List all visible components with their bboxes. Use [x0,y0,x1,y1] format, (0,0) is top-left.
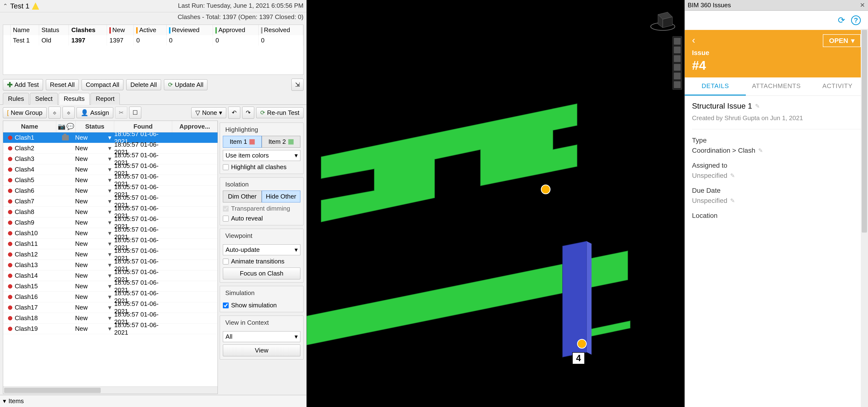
status-dropdown-icon[interactable]: ▾ [106,261,113,269]
undo-button[interactable]: ↶ [228,107,240,119]
animate-check[interactable]: Animate transitions [223,258,300,265]
clash-row[interactable]: Clash14New▾18:05:57 01-06-2021 [3,270,218,281]
export-button[interactable]: ⇲ [291,79,304,91]
nav-tool-2[interactable] [674,46,681,53]
status-dropdown-icon[interactable]: ▾ [106,293,113,301]
clash-row[interactable]: Clash11New▾18:05:57 01-06-2021 [3,239,218,249]
tab-attachments[interactable]: ATTACHMENTS [746,77,807,96]
group-tool-1[interactable]: ⟐ [49,107,61,119]
clash-row[interactable]: Clash12New▾18:05:57 01-06-2021 [3,249,218,260]
header-status[interactable]: Status [75,121,114,132]
clash-row[interactable]: Clash5New▾18:05:57 01-06-2021 [3,175,218,185]
issue-badge[interactable]: 4 [572,352,585,364]
pencil-icon[interactable]: ✎ [730,197,735,204]
clash-row[interactable]: Clash16New▾18:05:57 01-06-2021 [3,292,218,302]
summary-data-row[interactable]: Test 1 Old 1397 1397 0 0 0 0 [3,35,303,45]
assign-button[interactable]: 👤Assign [76,107,113,118]
3d-viewer[interactable]: 4 [307,0,684,407]
filter-button[interactable]: ☐ [129,107,141,119]
issue-pushpin-4[interactable] [577,339,587,349]
status-dropdown-icon[interactable]: ▾ [106,282,113,290]
clash-row[interactable]: Clash2New▾18:05:57 01-06-2021 [3,143,218,154]
clash-row[interactable]: Clash19New▾18:05:57 01-06-2021 [3,324,218,334]
redo-button[interactable]: ↷ [242,107,254,119]
pencil-icon[interactable]: ✎ [730,172,735,179]
status-dropdown-icon[interactable]: ▾ [106,176,113,184]
vertical-scrollbar[interactable] [861,29,868,407]
clash-row[interactable]: Clash7New▾18:05:57 01-06-2021 [3,196,218,207]
status-dropdown[interactable]: OPEN▾ [823,34,861,47]
status-dropdown-icon[interactable]: ▾ [106,208,113,216]
header-name[interactable]: Name [3,121,56,132]
clash-row[interactable]: Clash1New▾18:05:57 01-06-2021 [3,132,218,143]
horizontal-scrollbar[interactable] [3,386,218,394]
nav-tool-1[interactable] [674,38,681,45]
pencil-icon[interactable]: ✎ [758,147,763,154]
viewer-canvas[interactable] [307,0,684,407]
delete-all-button[interactable]: Delete All [126,79,161,90]
explode-button[interactable]: ✂ [115,107,127,119]
status-dropdown-icon[interactable]: ▾ [106,198,113,205]
pencil-icon[interactable]: ✎ [755,103,760,109]
status-dropdown-icon[interactable]: ▾ [106,219,113,226]
refresh-icon[interactable]: ⟳ [837,15,846,25]
clash-row[interactable]: Clash9New▾18:05:57 01-06-2021 [3,217,218,228]
help-icon[interactable]: ? [851,15,861,25]
add-test-button[interactable]: ✚Add Test [3,79,43,91]
status-dropdown-icon[interactable]: ▾ [106,304,113,311]
show-sim-check[interactable]: Show simulation [223,302,300,309]
clash-row[interactable]: Clash17New▾18:05:57 01-06-2021 [3,302,218,313]
focus-clash-button[interactable]: Focus on Clash [223,268,300,279]
tab-rules[interactable]: Rules [3,93,29,105]
item1-button[interactable]: Item 1 [223,136,262,148]
rerun-test-button[interactable]: ⟳Re-run Test [256,107,304,118]
clash-row[interactable]: Clash13New▾18:05:57 01-06-2021 [3,260,218,270]
header-approved[interactable]: Approve... [172,121,218,132]
results-body[interactable]: Clash1New▾18:05:57 01-06-2021Clash2New▾1… [3,132,218,386]
header-icons[interactable]: 📷💬 [56,121,75,132]
nav-tool-6[interactable] [674,81,681,88]
highlight-all-check[interactable]: Highlight all clashes [223,163,300,171]
viewpoint-select[interactable]: Auto-update▾ [223,244,300,255]
clash-row[interactable]: Clash18New▾18:05:57 01-06-2021 [3,313,218,324]
status-dropdown-icon[interactable]: ▾ [106,155,113,163]
issue-pushpin-1[interactable] [541,184,551,194]
clash-row[interactable]: Clash15New▾18:05:57 01-06-2021 [3,281,218,292]
new-group-button[interactable]: [New Group [3,107,46,118]
clash-row[interactable]: Clash6New▾18:05:57 01-06-2021 [3,185,218,196]
tab-results[interactable]: Results [59,93,90,105]
item-colors-select[interactable]: Use item colors▾ [223,150,300,161]
tab-activity[interactable]: ACTIVITY [807,77,868,96]
view-button[interactable]: View [223,344,300,357]
nav-tool-5[interactable] [674,73,681,79]
reset-all-button[interactable]: Reset All [46,79,79,90]
status-dropdown-icon[interactable]: ▾ [106,251,113,258]
tab-details[interactable]: DETAILS [685,77,746,96]
view-cube[interactable] [648,5,677,34]
status-dropdown-icon[interactable]: ▾ [106,314,113,322]
clash-row[interactable]: Clash3New▾18:05:57 01-06-2021 [3,154,218,164]
dim-other-button[interactable]: Dim Other [223,191,262,202]
update-all-button[interactable]: ⟳Update All [164,79,208,90]
tab-report[interactable]: Report [91,93,120,105]
context-select[interactable]: All▾ [223,331,300,342]
status-dropdown-icon[interactable]: ▾ [106,166,113,173]
hide-other-button[interactable]: Hide Other [262,191,301,202]
clash-row[interactable]: Clash8New▾18:05:57 01-06-2021 [3,207,218,217]
collapse-icon[interactable]: ⌃ [3,3,8,9]
status-dropdown-icon[interactable]: ▾ [106,144,113,152]
auto-reveal-check[interactable]: Auto reveal [223,215,300,222]
status-dropdown-icon[interactable]: ▾ [106,325,113,333]
clash-row[interactable]: Clash10New▾18:05:57 01-06-2021 [3,228,218,239]
clash-row[interactable]: Clash4New▾18:05:57 01-06-2021 [3,164,218,175]
items-strip[interactable]: ▾ Items [0,395,306,407]
nav-tool-3[interactable] [674,55,681,62]
header-found[interactable]: Found [114,121,172,132]
tab-select[interactable]: Select [30,93,58,105]
status-dropdown-icon[interactable]: ▾ [106,134,113,141]
group-tool-2[interactable]: ⟐ [63,107,74,119]
status-dropdown-icon[interactable]: ▾ [106,230,113,237]
nav-tool-4[interactable] [674,64,681,71]
status-dropdown-icon[interactable]: ▾ [106,187,113,195]
status-dropdown-icon[interactable]: ▾ [106,272,113,279]
